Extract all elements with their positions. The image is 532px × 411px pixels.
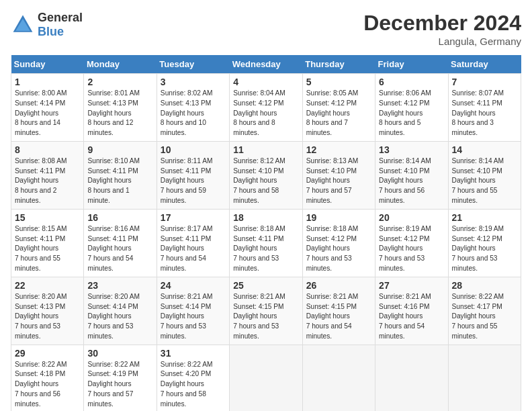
day-info: Sunrise: 8:14 AM Sunset: 4:10 PM Dayligh…: [452, 156, 517, 206]
day-cell-12: 12 Sunrise: 8:13 AM Sunset: 4:10 PM Dayl…: [302, 141, 375, 209]
day-cell-18: 18 Sunrise: 8:18 AM Sunset: 4:11 PM Dayl…: [230, 209, 302, 277]
day-number: 21: [452, 212, 517, 223]
day-info: Sunrise: 8:22 AM Sunset: 4:17 PM Dayligh…: [452, 292, 517, 342]
day-info: Sunrise: 8:10 AM Sunset: 4:11 PM Dayligh…: [87, 156, 152, 206]
day-cell-29: 29 Sunrise: 8:22 AM Sunset: 4:18 PM Dayl…: [11, 345, 84, 411]
day-number: 28: [452, 280, 517, 291]
day-info: Sunrise: 8:08 AM Sunset: 4:11 PM Dayligh…: [15, 156, 80, 206]
location-title: Langula, Germany: [363, 36, 521, 47]
day-info: Sunrise: 8:21 AM Sunset: 4:14 PM Dayligh…: [161, 292, 226, 342]
day-number: 5: [306, 77, 371, 87]
day-cell-11: 11 Sunrise: 8:12 AM Sunset: 4:10 PM Dayl…: [230, 141, 302, 209]
day-info: Sunrise: 8:22 AM Sunset: 4:18 PM Dayligh…: [15, 360, 80, 410]
day-info: Sunrise: 8:00 AM Sunset: 4:14 PM Dayligh…: [15, 89, 80, 138]
empty-cell: [302, 345, 375, 411]
day-number: 16: [87, 212, 152, 223]
day-cell-6: 6 Sunrise: 8:06 AM Sunset: 4:12 PM Dayli…: [375, 74, 448, 142]
day-info: Sunrise: 8:19 AM Sunset: 4:12 PM Dayligh…: [452, 224, 517, 274]
day-number: 14: [452, 144, 517, 155]
day-number: 11: [233, 144, 298, 155]
calendar-table: SundayMondayTuesdayWednesdayThursdayFrid…: [11, 55, 521, 411]
col-header-wednesday: Wednesday: [230, 55, 302, 74]
day-number: 23: [87, 280, 152, 291]
day-info: Sunrise: 8:13 AM Sunset: 4:10 PM Dayligh…: [306, 156, 371, 206]
day-info: Sunrise: 8:14 AM Sunset: 4:10 PM Dayligh…: [379, 156, 444, 206]
day-number: 4: [233, 77, 298, 87]
day-info: Sunrise: 8:11 AM Sunset: 4:11 PM Dayligh…: [161, 156, 226, 206]
day-cell-1: 1 Sunrise: 8:00 AM Sunset: 4:14 PM Dayli…: [11, 74, 84, 142]
logo-icon: [11, 13, 35, 37]
day-number: 2: [87, 77, 152, 87]
day-number: 3: [161, 77, 226, 87]
col-header-thursday: Thursday: [302, 55, 375, 74]
day-cell-26: 26 Sunrise: 8:21 AM Sunset: 4:15 PM Dayl…: [302, 277, 375, 345]
day-number: 6: [379, 77, 444, 87]
day-cell-16: 16 Sunrise: 8:16 AM Sunset: 4:11 PM Dayl…: [84, 209, 157, 277]
day-number: 10: [161, 144, 226, 155]
day-info: Sunrise: 8:18 AM Sunset: 4:12 PM Dayligh…: [306, 224, 371, 274]
day-cell-7: 7 Sunrise: 8:07 AM Sunset: 4:11 PM Dayli…: [448, 74, 521, 142]
day-info: Sunrise: 8:06 AM Sunset: 4:12 PM Dayligh…: [379, 89, 444, 138]
day-info: Sunrise: 8:01 AM Sunset: 4:13 PM Dayligh…: [87, 89, 152, 138]
day-cell-28: 28 Sunrise: 8:22 AM Sunset: 4:17 PM Dayl…: [448, 277, 521, 345]
day-cell-4: 4 Sunrise: 8:04 AM Sunset: 4:12 PM Dayli…: [230, 74, 302, 142]
day-number: 22: [15, 280, 80, 291]
day-cell-23: 23 Sunrise: 8:20 AM Sunset: 4:14 PM Dayl…: [84, 277, 157, 345]
day-number: 1: [15, 77, 80, 87]
col-header-friday: Friday: [375, 55, 448, 74]
day-number: 30: [87, 348, 152, 359]
day-number: 15: [15, 212, 80, 223]
day-number: 19: [306, 212, 371, 223]
day-cell-13: 13 Sunrise: 8:14 AM Sunset: 4:10 PM Dayl…: [375, 141, 448, 209]
day-number: 25: [233, 280, 298, 291]
day-cell-20: 20 Sunrise: 8:19 AM Sunset: 4:12 PM Dayl…: [375, 209, 448, 277]
day-info: Sunrise: 8:18 AM Sunset: 4:11 PM Dayligh…: [233, 224, 298, 274]
day-info: Sunrise: 8:16 AM Sunset: 4:11 PM Dayligh…: [87, 224, 152, 274]
empty-cell: [230, 345, 302, 411]
day-number: 9: [87, 144, 152, 155]
day-cell-15: 15 Sunrise: 8:15 AM Sunset: 4:11 PM Dayl…: [11, 209, 84, 277]
col-header-saturday: Saturday: [448, 55, 521, 74]
day-cell-21: 21 Sunrise: 8:19 AM Sunset: 4:12 PM Dayl…: [448, 209, 521, 277]
day-cell-17: 17 Sunrise: 8:17 AM Sunset: 4:11 PM Dayl…: [157, 209, 229, 277]
title-area: December 2024 Langula, Germany: [363, 11, 521, 47]
day-number: 7: [452, 77, 517, 87]
day-cell-5: 5 Sunrise: 8:05 AM Sunset: 4:12 PM Dayli…: [302, 74, 375, 142]
day-number: 26: [306, 280, 371, 291]
empty-cell: [375, 345, 448, 411]
logo: General Blue: [11, 11, 83, 39]
month-title: December 2024: [363, 11, 521, 36]
day-number: 20: [379, 212, 444, 223]
day-cell-22: 22 Sunrise: 8:20 AM Sunset: 4:13 PM Dayl…: [11, 277, 84, 345]
day-info: Sunrise: 8:17 AM Sunset: 4:11 PM Dayligh…: [161, 224, 226, 274]
day-number: 13: [379, 144, 444, 155]
day-cell-31: 31 Sunrise: 8:22 AM Sunset: 4:20 PM Dayl…: [157, 345, 229, 411]
day-info: Sunrise: 8:20 AM Sunset: 4:13 PM Dayligh…: [15, 292, 80, 342]
day-cell-2: 2 Sunrise: 8:01 AM Sunset: 4:13 PM Dayli…: [84, 74, 157, 142]
day-number: 31: [161, 348, 226, 359]
day-cell-30: 30 Sunrise: 8:22 AM Sunset: 4:19 PM Dayl…: [84, 345, 157, 411]
day-cell-27: 27 Sunrise: 8:21 AM Sunset: 4:16 PM Dayl…: [375, 277, 448, 345]
day-info: Sunrise: 8:15 AM Sunset: 4:11 PM Dayligh…: [15, 224, 80, 274]
day-info: Sunrise: 8:19 AM Sunset: 4:12 PM Dayligh…: [379, 224, 444, 274]
day-info: Sunrise: 8:07 AM Sunset: 4:11 PM Dayligh…: [452, 89, 517, 138]
header: General Blue December 2024 Langula, Germ…: [11, 11, 521, 47]
day-number: 18: [233, 212, 298, 223]
col-header-sunday: Sunday: [11, 55, 84, 74]
day-number: 12: [306, 144, 371, 155]
col-header-tuesday: Tuesday: [157, 55, 229, 74]
day-number: 8: [15, 144, 80, 155]
day-number: 27: [379, 280, 444, 291]
day-info: Sunrise: 8:21 AM Sunset: 4:16 PM Dayligh…: [379, 292, 444, 342]
day-info: Sunrise: 8:22 AM Sunset: 4:20 PM Dayligh…: [161, 360, 226, 410]
day-info: Sunrise: 8:20 AM Sunset: 4:14 PM Dayligh…: [87, 292, 152, 342]
day-cell-8: 8 Sunrise: 8:08 AM Sunset: 4:11 PM Dayli…: [11, 141, 84, 209]
day-cell-14: 14 Sunrise: 8:14 AM Sunset: 4:10 PM Dayl…: [448, 141, 521, 209]
day-number: 24: [161, 280, 226, 291]
day-info: Sunrise: 8:22 AM Sunset: 4:19 PM Dayligh…: [87, 360, 152, 410]
day-info: Sunrise: 8:05 AM Sunset: 4:12 PM Dayligh…: [306, 89, 371, 138]
day-number: 29: [15, 348, 80, 359]
day-number: 17: [161, 212, 226, 223]
day-cell-10: 10 Sunrise: 8:11 AM Sunset: 4:11 PM Dayl…: [157, 141, 229, 209]
day-info: Sunrise: 8:21 AM Sunset: 4:15 PM Dayligh…: [306, 292, 371, 342]
